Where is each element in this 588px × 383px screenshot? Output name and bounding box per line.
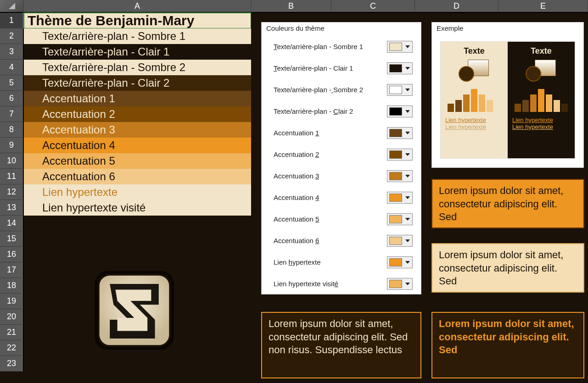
textbox-accent6[interactable]: Lorem ipsum dolor sit amet, consectetur … <box>431 243 584 293</box>
example-link: Lien hypertexte <box>445 117 503 123</box>
brand-logo <box>87 263 181 357</box>
color-swatch <box>389 107 402 116</box>
row-header-1[interactable]: 1 <box>0 13 24 28</box>
column-header-A[interactable]: A <box>24 0 251 13</box>
theme-color-picker[interactable] <box>387 192 413 204</box>
row-header-23[interactable]: 23 <box>0 356 24 372</box>
theme-color-label: Texte/arrière-plan - Sombre 2 <box>274 86 363 94</box>
theme-color-row: Accentuation 5 <box>262 208 421 230</box>
example-link: Lien hypertexte <box>512 117 570 123</box>
row-header-4[interactable]: 4 <box>0 60 24 75</box>
chevron-down-icon <box>405 175 410 178</box>
theme-color-picker[interactable] <box>387 213 413 225</box>
row-header-14[interactable]: 14 <box>0 216 24 231</box>
example-text-label: Texte <box>531 46 552 56</box>
cell-empty[interactable] <box>415 294 498 309</box>
example-chart-dark <box>515 86 568 112</box>
textbox-bold[interactable]: Lorem ipsum dolor sit amet, consectetur … <box>431 312 584 378</box>
row-header-9[interactable]: 9 <box>0 138 24 153</box>
theme-colors-panel: Couleurs du thème Texte/arrière-plan - S… <box>261 22 421 294</box>
select-all-corner[interactable] <box>0 0 24 13</box>
cell-theme-row[interactable]: Accentuation 3 <box>24 122 251 138</box>
color-swatch <box>389 150 402 159</box>
theme-example-panel: Exemple Texte Lien hypertexte Lien hyper… <box>431 22 584 168</box>
chevron-down-icon <box>405 239 410 242</box>
row-header-21[interactable]: 21 <box>0 325 24 340</box>
cell-theme-row[interactable]: Accentuation 1 <box>24 91 251 106</box>
color-swatch <box>389 215 402 223</box>
theme-color-picker[interactable] <box>387 84 413 96</box>
color-swatch <box>389 64 402 72</box>
theme-color-picker[interactable] <box>387 235 413 247</box>
cell-empty[interactable] <box>331 294 415 309</box>
row-header-12[interactable]: 12 <box>0 184 24 200</box>
column-header-D[interactable]: D <box>415 0 498 13</box>
row-header-2[interactable]: 2 <box>0 28 24 44</box>
column-header-E[interactable]: E <box>498 0 588 13</box>
chart-bar <box>455 100 462 112</box>
color-swatch <box>389 86 402 94</box>
cell-theme-row[interactable]: Accentuation 4 <box>24 138 251 153</box>
chart-bar <box>554 100 560 112</box>
cell-empty[interactable] <box>24 231 251 247</box>
row-header-20[interactable]: 20 <box>0 309 24 325</box>
cell-theme-row[interactable]: Texte/arrière-plan - Clair 1 <box>24 44 251 60</box>
row-header-7[interactable]: 7 <box>0 106 24 122</box>
theme-color-picker[interactable] <box>387 105 413 117</box>
column-header-C[interactable]: C <box>331 0 415 13</box>
textbox-dark[interactable]: Lorem ipsum dolor sit amet, consectetur … <box>261 312 421 378</box>
cell-theme-row[interactable]: Lien hypertexte <box>24 184 251 200</box>
cell-theme-row[interactable]: Accentuation 6 <box>24 169 251 184</box>
theme-color-row: Texte/arrière-plan - Clair 1 <box>262 57 421 79</box>
theme-color-picker[interactable] <box>387 41 413 53</box>
row-header-16[interactable]: 16 <box>0 247 24 262</box>
row-header-11[interactable]: 11 <box>0 169 24 184</box>
chevron-down-icon <box>405 153 410 156</box>
cell-empty[interactable] <box>24 247 251 262</box>
color-swatch <box>389 43 402 51</box>
chevron-down-icon <box>405 110 410 113</box>
chart-bar <box>479 94 485 112</box>
theme-color-row: Accentuation 1 <box>262 122 421 144</box>
theme-color-picker[interactable] <box>387 149 413 161</box>
cell-theme-row[interactable]: Texte/arrière-plan - Sombre 2 <box>24 60 251 75</box>
chart-bar <box>494 104 501 112</box>
chart-bar <box>546 94 552 112</box>
cell-empty[interactable] <box>24 216 251 231</box>
row-header-17[interactable]: 17 <box>0 262 24 278</box>
row-header-15[interactable]: 15 <box>0 231 24 247</box>
theme-color-row: Texte/arrière-plan - Clair 2 <box>262 100 421 122</box>
row-header-5[interactable]: 5 <box>0 75 24 91</box>
example-chart-light <box>448 86 501 112</box>
textbox-accent4[interactable]: Lorem ipsum dolor sit amet, consectetur … <box>431 179 584 228</box>
theme-color-row: Accentuation 4 <box>262 187 421 208</box>
theme-color-picker[interactable] <box>387 278 413 290</box>
row-header-22[interactable]: 22 <box>0 340 24 356</box>
row-header-19[interactable]: 19 <box>0 294 24 309</box>
chevron-down-icon <box>405 45 410 48</box>
column-header-B[interactable]: B <box>251 0 331 13</box>
theme-color-picker[interactable] <box>387 62 413 74</box>
chart-bar <box>522 100 529 112</box>
chart-bar <box>487 100 493 112</box>
theme-color-picker[interactable] <box>387 170 413 182</box>
row-header-8[interactable]: 8 <box>0 122 24 138</box>
cell-theme-row[interactable]: Accentuation 5 <box>24 153 251 169</box>
theme-color-row: Texte/arrière-plan - Sombre 1 <box>262 36 421 57</box>
cell-theme-row[interactable]: Texte/arrière-plan - Clair 2 <box>24 75 251 91</box>
row-header-10[interactable]: 10 <box>0 153 24 169</box>
row-header-18[interactable]: 18 <box>0 278 24 294</box>
row-header-3[interactable]: 3 <box>0 44 24 60</box>
cell-theme-row[interactable]: Texte/arrière-plan - Sombre 1 <box>24 28 251 44</box>
cell-empty[interactable] <box>251 294 331 309</box>
cell-title[interactable]: Thème de Benjamin-Mary <box>24 13 251 28</box>
cell-empty[interactable] <box>24 356 251 372</box>
chart-bar <box>471 89 477 112</box>
row-header-13[interactable]: 13 <box>0 200 24 216</box>
cell-empty[interactable] <box>498 294 588 309</box>
row-header-6[interactable]: 6 <box>0 91 24 106</box>
theme-color-picker[interactable] <box>387 256 413 268</box>
theme-color-picker[interactable] <box>387 127 413 139</box>
cell-theme-row[interactable]: Lien hypertexte visité <box>24 200 251 216</box>
cell-theme-row[interactable]: Accentuation 2 <box>24 106 251 122</box>
